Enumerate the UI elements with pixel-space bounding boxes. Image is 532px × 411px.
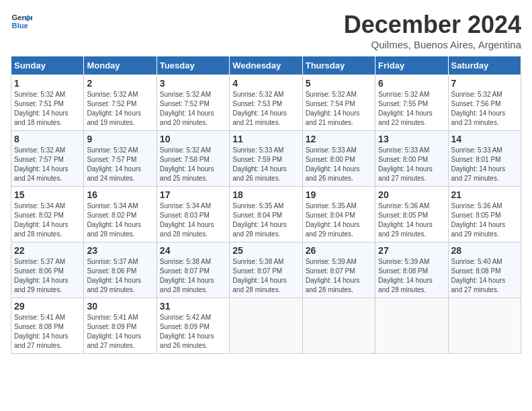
day-detail: Sunrise: 5:32 AM Sunset: 7:52 PM Dayligh… xyxy=(87,90,153,128)
day-number: 5 xyxy=(306,78,372,89)
day-number: 18 xyxy=(232,189,299,200)
calendar-row: 1Sunrise: 5:32 AM Sunset: 7:51 PM Daylig… xyxy=(11,75,521,131)
day-number: 23 xyxy=(87,245,153,256)
day-number: 22 xyxy=(14,245,81,256)
day-detail: Sunrise: 5:34 AM Sunset: 8:02 PM Dayligh… xyxy=(87,201,153,239)
calendar-table: Sunday Monday Tuesday Wednesday Thursday… xyxy=(11,56,521,354)
day-number: 11 xyxy=(232,134,299,144)
table-row: 30Sunrise: 5:41 AM Sunset: 8:09 PM Dayli… xyxy=(84,298,157,354)
day-number: 14 xyxy=(451,134,518,144)
day-detail: Sunrise: 5:32 AM Sunset: 7:57 PM Dayligh… xyxy=(14,146,81,183)
table-row xyxy=(448,298,521,354)
day-detail: Sunrise: 5:32 AM Sunset: 7:52 PM Dayligh… xyxy=(160,90,226,128)
day-number: 13 xyxy=(378,134,445,144)
day-number: 20 xyxy=(378,189,445,200)
day-number: 30 xyxy=(87,301,153,312)
day-detail: Sunrise: 5:41 AM Sunset: 8:08 PM Dayligh… xyxy=(14,313,81,351)
calendar-subtitle: Quilmes, Buenos Aires, Argentina xyxy=(344,39,521,50)
col-monday: Monday xyxy=(84,56,157,75)
day-number: 3 xyxy=(160,78,226,89)
day-detail: Sunrise: 5:32 AM Sunset: 7:51 PM Dayligh… xyxy=(14,90,81,128)
day-detail: Sunrise: 5:38 AM Sunset: 8:07 PM Dayligh… xyxy=(232,257,299,295)
logo: General Blue xyxy=(11,11,32,32)
day-number: 15 xyxy=(14,189,81,200)
day-number: 21 xyxy=(451,189,518,200)
col-thursday: Thursday xyxy=(302,56,375,75)
calendar-title: December 2024 xyxy=(344,11,521,39)
table-row: 2Sunrise: 5:32 AM Sunset: 7:52 PM Daylig… xyxy=(84,75,157,131)
table-row: 18Sunrise: 5:35 AM Sunset: 8:04 PM Dayli… xyxy=(230,187,302,242)
day-detail: Sunrise: 5:40 AM Sunset: 8:08 PM Dayligh… xyxy=(451,257,518,295)
day-detail: Sunrise: 5:33 AM Sunset: 8:00 PM Dayligh… xyxy=(306,146,372,183)
table-row: 21Sunrise: 5:36 AM Sunset: 8:05 PM Dayli… xyxy=(448,187,521,242)
day-detail: Sunrise: 5:35 AM Sunset: 8:04 PM Dayligh… xyxy=(232,201,299,239)
day-detail: Sunrise: 5:41 AM Sunset: 8:09 PM Dayligh… xyxy=(87,313,153,351)
col-wednesday: Wednesday xyxy=(230,56,302,75)
day-detail: Sunrise: 5:37 AM Sunset: 8:06 PM Dayligh… xyxy=(14,257,81,295)
day-number: 9 xyxy=(87,134,153,144)
table-row: 15Sunrise: 5:34 AM Sunset: 8:02 PM Dayli… xyxy=(11,187,84,242)
day-detail: Sunrise: 5:36 AM Sunset: 8:05 PM Dayligh… xyxy=(378,201,445,239)
table-row: 14Sunrise: 5:33 AM Sunset: 8:01 PM Dayli… xyxy=(448,131,521,187)
day-number: 16 xyxy=(87,189,153,200)
day-detail: Sunrise: 5:39 AM Sunset: 8:08 PM Dayligh… xyxy=(378,257,445,295)
day-detail: Sunrise: 5:32 AM Sunset: 7:54 PM Dayligh… xyxy=(306,90,372,128)
day-detail: Sunrise: 5:37 AM Sunset: 8:06 PM Dayligh… xyxy=(87,257,153,295)
day-detail: Sunrise: 5:32 AM Sunset: 7:55 PM Dayligh… xyxy=(378,90,445,128)
col-tuesday: Tuesday xyxy=(157,56,229,75)
table-row: 5Sunrise: 5:32 AM Sunset: 7:54 PM Daylig… xyxy=(302,75,375,131)
table-row: 7Sunrise: 5:32 AM Sunset: 7:56 PM Daylig… xyxy=(448,75,521,131)
table-row: 11Sunrise: 5:33 AM Sunset: 7:59 PM Dayli… xyxy=(230,131,302,187)
day-detail: Sunrise: 5:35 AM Sunset: 8:04 PM Dayligh… xyxy=(306,201,372,239)
table-row: 8Sunrise: 5:32 AM Sunset: 7:57 PM Daylig… xyxy=(11,131,84,187)
day-detail: Sunrise: 5:36 AM Sunset: 8:05 PM Dayligh… xyxy=(451,201,518,239)
table-row xyxy=(375,298,448,354)
col-friday: Friday xyxy=(375,56,448,75)
day-detail: Sunrise: 5:32 AM Sunset: 7:56 PM Dayligh… xyxy=(451,90,518,128)
day-detail: Sunrise: 5:34 AM Sunset: 8:02 PM Dayligh… xyxy=(14,201,81,239)
col-saturday: Saturday xyxy=(448,56,521,75)
day-detail: Sunrise: 5:32 AM Sunset: 7:58 PM Dayligh… xyxy=(160,146,226,183)
day-number: 19 xyxy=(306,189,372,200)
day-number: 7 xyxy=(451,78,518,89)
table-row xyxy=(230,298,302,354)
day-number: 17 xyxy=(160,189,226,200)
table-row: 13Sunrise: 5:33 AM Sunset: 8:00 PM Dayli… xyxy=(375,131,448,187)
day-number: 28 xyxy=(451,245,518,256)
day-number: 8 xyxy=(14,134,81,144)
table-row xyxy=(302,298,375,354)
col-sunday: Sunday xyxy=(11,56,84,75)
table-row: 23Sunrise: 5:37 AM Sunset: 8:06 PM Dayli… xyxy=(84,242,157,298)
day-detail: Sunrise: 5:32 AM Sunset: 7:53 PM Dayligh… xyxy=(232,90,299,128)
day-detail: Sunrise: 5:34 AM Sunset: 8:03 PM Dayligh… xyxy=(160,201,226,239)
day-detail: Sunrise: 5:39 AM Sunset: 8:07 PM Dayligh… xyxy=(306,257,372,295)
table-row: 20Sunrise: 5:36 AM Sunset: 8:05 PM Dayli… xyxy=(375,187,448,242)
day-number: 29 xyxy=(14,301,81,312)
table-row: 9Sunrise: 5:32 AM Sunset: 7:57 PM Daylig… xyxy=(84,131,157,187)
day-number: 31 xyxy=(160,301,226,312)
svg-text:Blue: Blue xyxy=(12,21,28,30)
table-row: 10Sunrise: 5:32 AM Sunset: 7:58 PM Dayli… xyxy=(157,131,229,187)
calendar-row: 15Sunrise: 5:34 AM Sunset: 8:02 PM Dayli… xyxy=(11,187,521,242)
day-number: 10 xyxy=(160,134,226,144)
table-row: 28Sunrise: 5:40 AM Sunset: 8:08 PM Dayli… xyxy=(448,242,521,298)
table-row: 12Sunrise: 5:33 AM Sunset: 8:00 PM Dayli… xyxy=(302,131,375,187)
day-number: 4 xyxy=(232,78,299,89)
table-row: 3Sunrise: 5:32 AM Sunset: 7:52 PM Daylig… xyxy=(157,75,229,131)
day-number: 27 xyxy=(378,245,445,256)
table-row: 31Sunrise: 5:42 AM Sunset: 8:09 PM Dayli… xyxy=(157,298,229,354)
day-detail: Sunrise: 5:33 AM Sunset: 8:01 PM Dayligh… xyxy=(451,146,518,183)
table-row: 6Sunrise: 5:32 AM Sunset: 7:55 PM Daylig… xyxy=(375,75,448,131)
table-row: 26Sunrise: 5:39 AM Sunset: 8:07 PM Dayli… xyxy=(302,242,375,298)
day-detail: Sunrise: 5:38 AM Sunset: 8:07 PM Dayligh… xyxy=(160,257,226,295)
table-row: 29Sunrise: 5:41 AM Sunset: 8:08 PM Dayli… xyxy=(11,298,84,354)
day-detail: Sunrise: 5:42 AM Sunset: 8:09 PM Dayligh… xyxy=(160,313,226,351)
header-row: Sunday Monday Tuesday Wednesday Thursday… xyxy=(11,56,521,75)
day-number: 25 xyxy=(232,245,299,256)
day-number: 6 xyxy=(378,78,445,89)
header: General Blue December 2024 Quilmes, Buen… xyxy=(11,11,521,50)
table-row: 24Sunrise: 5:38 AM Sunset: 8:07 PM Dayli… xyxy=(157,242,229,298)
table-row: 27Sunrise: 5:39 AM Sunset: 8:08 PM Dayli… xyxy=(375,242,448,298)
table-row: 4Sunrise: 5:32 AM Sunset: 7:53 PM Daylig… xyxy=(230,75,302,131)
day-number: 1 xyxy=(14,78,81,89)
